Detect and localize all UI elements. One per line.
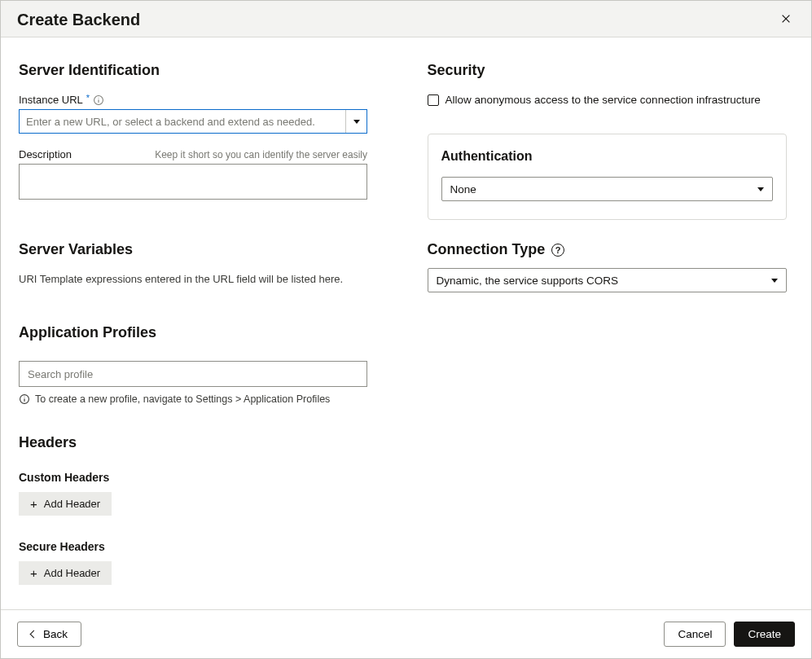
- instance-url-label: Instance URL: [19, 94, 83, 106]
- application-profiles-heading: Application Profiles: [19, 324, 379, 341]
- secure-headers-subheading: Secure Headers: [19, 540, 379, 553]
- dialog-footer: Back Cancel Create: [1, 609, 811, 658]
- chevron-down-icon: [757, 187, 764, 191]
- server-variables-heading: Server Variables: [19, 241, 379, 258]
- authentication-select[interactable]: None: [441, 177, 774, 201]
- chevron-left-icon: [30, 630, 38, 639]
- back-label: Back: [43, 628, 68, 640]
- connection-type-heading-row: Connection Type ?: [428, 241, 788, 258]
- svg-point-4: [99, 97, 99, 98]
- back-button[interactable]: Back: [17, 622, 81, 647]
- authentication-heading: Authentication: [441, 149, 774, 164]
- profile-hint-row: To create a new profile, navigate to Set…: [19, 393, 379, 405]
- required-indicator: *: [86, 93, 90, 103]
- profile-hint-text: To create a new profile, navigate to Set…: [35, 393, 330, 405]
- help-icon[interactable]: ?: [551, 244, 564, 257]
- plus-icon: +: [30, 567, 37, 579]
- server-variables-hint: URI Template expressions entered in the …: [19, 273, 379, 285]
- description-label: Description: [19, 148, 72, 160]
- right-column: Security Allow anonymous access to the s…: [428, 62, 788, 601]
- description-hint: Keep it short so you can identify the se…: [155, 149, 367, 160]
- connection-type-select[interactable]: Dynamic, the service supports CORS: [428, 268, 788, 292]
- instance-url-dropdown-button[interactable]: [345, 110, 366, 133]
- add-secure-header-button[interactable]: + Add Header: [19, 561, 112, 585]
- dialog-header: Create Backend: [1, 1, 811, 37]
- close-icon: [780, 11, 792, 28]
- chevron-down-icon: [353, 120, 360, 124]
- authentication-value: None: [450, 183, 476, 196]
- anonymous-access-label: Allow anonymous access to the service co…: [446, 94, 761, 106]
- add-custom-header-button[interactable]: + Add Header: [19, 492, 112, 516]
- authentication-panel: Authentication None: [428, 134, 788, 220]
- cancel-label: Cancel: [678, 628, 712, 640]
- dialog-body: Server Identification Instance URL *: [1, 37, 811, 609]
- description-textarea[interactable]: [19, 164, 367, 200]
- add-header-label: Add Header: [44, 567, 100, 579]
- anonymous-access-row[interactable]: Allow anonymous access to the service co…: [428, 94, 788, 106]
- server-identification-heading: Server Identification: [19, 62, 379, 79]
- cancel-button[interactable]: Cancel: [664, 622, 726, 647]
- anonymous-access-checkbox[interactable]: [428, 94, 439, 106]
- create-button[interactable]: Create: [734, 622, 795, 647]
- info-icon: [19, 393, 30, 405]
- info-icon[interactable]: [93, 94, 104, 106]
- svg-point-7: [24, 397, 24, 398]
- chevron-down-icon: [771, 279, 778, 283]
- add-header-label: Add Header: [44, 498, 100, 510]
- left-column: Server Identification Instance URL *: [19, 62, 379, 601]
- instance-url-label-row: Instance URL *: [19, 94, 379, 106]
- dialog-title: Create Backend: [17, 11, 140, 29]
- profile-search-input[interactable]: [19, 361, 367, 387]
- headers-heading: Headers: [19, 434, 379, 451]
- close-button[interactable]: [777, 9, 795, 30]
- create-label: Create: [748, 628, 781, 640]
- instance-url-input[interactable]: [20, 110, 345, 133]
- plus-icon: +: [30, 498, 37, 510]
- create-backend-dialog: Create Backend Server Identification Ins…: [0, 0, 812, 659]
- instance-url-combobox[interactable]: [19, 109, 367, 134]
- connection-type-heading: Connection Type: [428, 241, 546, 258]
- description-label-row: Description Keep it short so you can ide…: [19, 148, 367, 160]
- connection-type-value: Dynamic, the service supports CORS: [437, 275, 619, 287]
- security-heading: Security: [428, 62, 788, 79]
- custom-headers-subheading: Custom Headers: [19, 471, 379, 484]
